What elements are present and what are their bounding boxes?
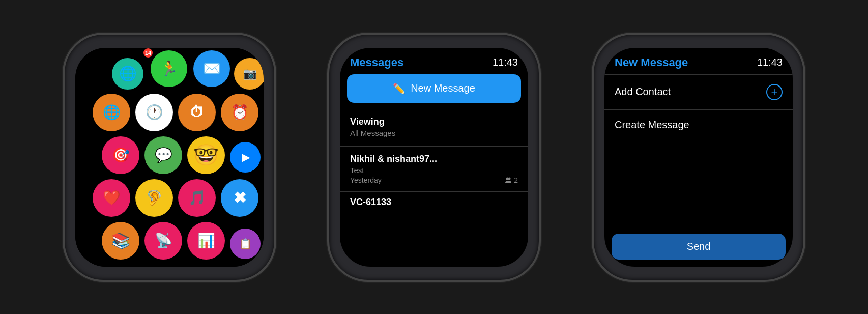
viewing-item[interactable]: Viewing All Messages bbox=[340, 109, 528, 146]
viewing-sub: All Messages bbox=[350, 129, 518, 137]
watch-screen-1: 🌐 🏃 14 ✉️ 📷 🌐 🕐 bbox=[75, 48, 264, 267]
add-contact-icon[interactable]: + bbox=[766, 84, 783, 100]
participant-count: 2 bbox=[505, 176, 518, 184]
convo1-time: Yesterday bbox=[350, 176, 382, 184]
watch-3: New Message 11:43 Add Contact + Create M… bbox=[576, 15, 821, 300]
add-contact-row[interactable]: Add Contact + bbox=[604, 74, 793, 109]
create-message-row[interactable]: Create Message bbox=[604, 109, 793, 140]
send-button[interactable]: Send bbox=[612, 234, 786, 260]
messages-title: Messages bbox=[350, 56, 403, 69]
convo2-text: VC-61133 bbox=[350, 197, 391, 207]
watch-2: Messages 11:43 ✏️ New Message Viewing Al… bbox=[312, 15, 556, 300]
new-message-screen-title: New Message bbox=[615, 56, 688, 69]
create-message-label: Create Message bbox=[615, 119, 689, 130]
watch-1: 🌐 🏃 14 ✉️ 📷 🌐 🕐 bbox=[47, 15, 292, 300]
watch-body-1: 🌐 🏃 14 ✉️ 📷 🌐 🕐 bbox=[63, 33, 276, 282]
messages-list-screen: Messages 11:43 ✏️ New Message Viewing Al… bbox=[340, 48, 528, 267]
new-message-screen: New Message 11:43 Add Contact + Create M… bbox=[604, 48, 793, 267]
send-label: Send bbox=[687, 241, 711, 252]
watch-screen-2: Messages 11:43 ✏️ New Message Viewing Al… bbox=[340, 48, 528, 267]
spacer bbox=[604, 140, 793, 234]
convo1-preview: Test bbox=[350, 166, 518, 175]
messages-time: 11:43 bbox=[493, 56, 518, 68]
convo-nikhil[interactable]: Nikhil & nishant97... Test Yesterday 2 bbox=[340, 146, 528, 191]
messages-header: Messages 11:43 bbox=[340, 48, 528, 74]
watch-screen-3: New Message 11:43 Add Contact + Create M… bbox=[604, 48, 793, 267]
svg-point-1 bbox=[508, 177, 511, 180]
watch-body-3: New Message 11:43 Add Contact + Create M… bbox=[592, 33, 805, 282]
new-message-button[interactable]: ✏️ New Message bbox=[347, 74, 521, 103]
activity-badge: 14 bbox=[143, 48, 153, 58]
plus-icon: + bbox=[771, 85, 778, 99]
app-grid: 🌐 🏃 14 ✉️ 📷 🌐 🕐 bbox=[75, 48, 264, 267]
viewing-label: Viewing bbox=[350, 117, 518, 127]
new-message-label: New Message bbox=[411, 82, 475, 94]
participant-number: 2 bbox=[514, 176, 518, 184]
new-message-screen-time: 11:43 bbox=[757, 56, 783, 68]
convo1-meta: Yesterday 2 bbox=[350, 176, 518, 184]
convo1-sender: Nikhil & nishant97... bbox=[350, 154, 518, 164]
compose-icon: ✏️ bbox=[393, 82, 406, 95]
convo2-partial[interactable]: VC-61133 bbox=[340, 191, 528, 213]
watch-body-2: Messages 11:43 ✏️ New Message Viewing Al… bbox=[327, 33, 541, 282]
add-contact-label: Add Contact bbox=[615, 86, 671, 98]
new-message-header: New Message 11:43 bbox=[604, 48, 793, 74]
